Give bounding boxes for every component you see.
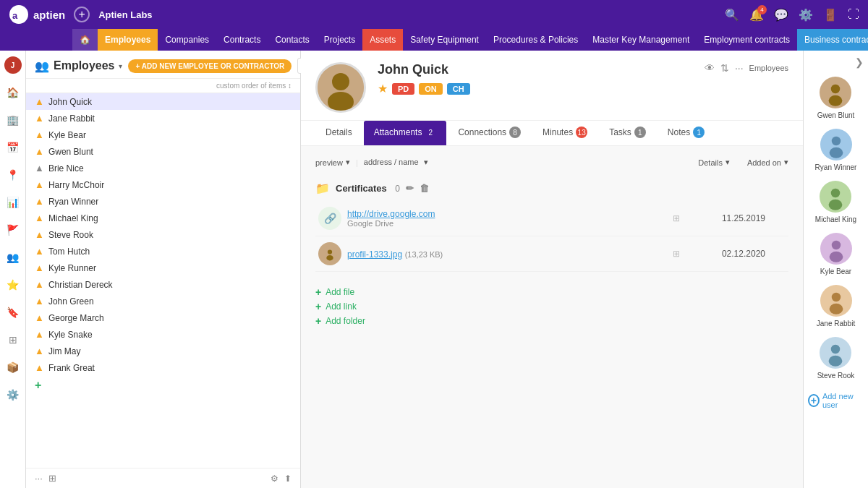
sidebar-chart-icon[interactable]: 📊: [4, 194, 22, 211]
folder-icon: 📁: [315, 181, 330, 195]
list-item[interactable]: ▲ John Quick: [26, 93, 300, 110]
tab-details[interactable]: Details: [315, 121, 362, 145]
edit-certificate-icon[interactable]: ✏: [406, 183, 414, 194]
tab-employment[interactable]: Employment contracts: [697, 29, 797, 51]
attach-toolbar: preview ▾ | address / name ▾ Details ▾ A…: [315, 158, 788, 167]
tab-attachments[interactable]: Attachments 2: [364, 121, 447, 145]
employee-type-icon: ▲: [35, 329, 44, 340]
list-item-add[interactable]: +: [26, 376, 300, 395]
list-item[interactable]: ▲ Frank Great: [26, 359, 300, 376]
right-user-name: Michael King: [815, 215, 856, 224]
sidebar-location-icon[interactable]: 📍: [4, 166, 22, 184]
panel-toggle-icon[interactable]: ❯: [855, 56, 864, 68]
preview-toolbar-item[interactable]: preview ▾: [315, 158, 350, 167]
export-icon[interactable]: ⬆: [284, 474, 292, 484]
right-user-item[interactable]: Kyle Bear: [820, 233, 852, 276]
list-item[interactable]: ▲ Jane Rabbit: [26, 110, 300, 127]
list-item[interactable]: ▲ Jim May: [26, 343, 300, 359]
grid-view-icon[interactable]: ⊞: [48, 473, 56, 484]
tab-procedures[interactable]: Procedures & Policies: [486, 29, 585, 51]
detail-tabs: Details Attachments 2 Connections 8 Minu…: [301, 121, 803, 146]
list-item[interactable]: ▲ Ryan Winner: [26, 193, 300, 210]
tab-business[interactable]: Business contracts: [797, 29, 868, 51]
add-employee-button[interactable]: + ADD NEW EMPLOYEE OR CONTRACTOR: [128, 59, 292, 73]
list-item[interactable]: ▲ Gwen Blunt: [26, 143, 300, 160]
delete-certificate-icon[interactable]: 🗑: [420, 183, 429, 194]
search-icon[interactable]: 🔍: [725, 8, 739, 22]
right-user-avatar: [820, 337, 851, 369]
star-badge[interactable]: ★: [378, 82, 388, 95]
add-actions: + Add file + Add link + Add folder: [315, 281, 788, 333]
add-nav-button[interactable]: +: [74, 7, 90, 22]
tab-companies[interactable]: Companies: [158, 29, 216, 51]
tab-master-key[interactable]: Master Key Management: [585, 29, 697, 51]
more-icon[interactable]: ···: [735, 62, 744, 74]
attachment-link[interactable]: profil-1333.jpg: [347, 249, 402, 260]
tab-connections-label: Connections: [458, 127, 506, 137]
sidebar-flag-icon[interactable]: 🚩: [4, 221, 22, 239]
sidebar-bookmark-icon[interactable]: 🔖: [4, 304, 22, 321]
right-user-item[interactable]: Jane Rabbit: [817, 285, 855, 328]
tab-connections[interactable]: Connections 8: [448, 121, 531, 145]
tab-safety[interactable]: Safety Equipment: [403, 29, 486, 51]
sidebar-calendar-icon[interactable]: 📅: [4, 139, 22, 156]
share-icon[interactable]: ⇅: [720, 62, 729, 74]
list-item[interactable]: ▲ Kyle Bear: [26, 127, 300, 143]
list-item[interactable]: ▲ Kyle Runner: [26, 260, 300, 276]
sort-arrows-icon[interactable]: ↕: [288, 82, 292, 90]
tab-contracts[interactable]: Contracts: [216, 29, 268, 51]
tab-home[interactable]: 🏠: [72, 29, 98, 51]
sidebar-building-icon[interactable]: 🏢: [4, 111, 22, 129]
add-folder-action[interactable]: + Add folder: [315, 315, 788, 327]
sidebar-settings-icon[interactable]: ⚙️: [4, 386, 22, 403]
settings-icon[interactable]: ⚙️: [799, 8, 813, 22]
add-new-user-button[interactable]: + Add new user: [808, 392, 864, 409]
notification-area[interactable]: 🔔 4: [749, 8, 764, 22]
right-user-item[interactable]: Michael King: [815, 181, 856, 224]
right-user-item[interactable]: Gwen Blunt: [817, 77, 855, 120]
list-item[interactable]: ▲ Michael King: [26, 210, 300, 226]
added-on-toolbar-item[interactable]: Added on ▾: [747, 158, 788, 167]
employee-type-icon: ▲: [35, 279, 44, 290]
sidebar-package-icon[interactable]: 📦: [4, 359, 22, 376]
list-item[interactable]: ▲ Christian Dereck: [26, 276, 300, 293]
list-item[interactable]: ▲ Brie Nice: [26, 160, 300, 176]
sidebar-home-icon[interactable]: 🏠: [4, 84, 22, 101]
more-options-icon[interactable]: ···: [35, 473, 43, 484]
list-item[interactable]: ▲ Harry McChoir: [26, 176, 300, 193]
add-link-action[interactable]: + Add link: [315, 301, 788, 312]
right-user-item[interactable]: Steve Rook: [817, 337, 855, 380]
sidebar-grid-icon[interactable]: ⊞: [4, 331, 22, 348]
logout-icon[interactable]: 🚪: [823, 8, 838, 22]
list-item[interactable]: ▲ Steve Rook: [26, 226, 300, 243]
sidebar-people-icon[interactable]: 👥: [4, 249, 22, 266]
right-user-name: Jane Rabbit: [817, 320, 855, 328]
details-toolbar-item[interactable]: Details ▾: [698, 158, 730, 167]
list-item[interactable]: ▲ John Green: [26, 293, 300, 309]
right-user-item[interactable]: Ryan Winner: [815, 129, 857, 172]
tab-projects[interactable]: Projects: [317, 29, 362, 51]
tab-minutes[interactable]: Minutes 13: [532, 121, 597, 145]
list-item[interactable]: ▲ George March: [26, 309, 300, 326]
sort-icon: ▾: [726, 158, 730, 167]
svg-point-18: [831, 241, 841, 250]
view-icon[interactable]: 👁: [705, 62, 715, 74]
sidebar-star-icon[interactable]: ⭐: [4, 276, 22, 294]
attachment-link[interactable]: http://drive.google.com: [347, 209, 667, 219]
dropdown-arrow-icon[interactable]: ▾: [119, 62, 122, 70]
add-file-action[interactable]: + Add file: [315, 286, 788, 298]
tab-contacts[interactable]: Contacts: [268, 29, 316, 51]
tab-tasks[interactable]: Tasks 1: [599, 121, 656, 145]
tab-assets[interactable]: Assets: [362, 29, 403, 51]
attachment-name-area: http://drive.google.com Google Drive: [347, 209, 667, 228]
chat-icon[interactable]: 💬: [774, 8, 788, 22]
list-item[interactable]: ▲ Tom Hutch: [26, 243, 300, 260]
tab-employees[interactable]: Employees: [98, 29, 158, 51]
settings-small-icon[interactable]: ⚙: [271, 474, 278, 484]
fullscreen-icon[interactable]: ⛶: [848, 8, 859, 21]
tab-notes[interactable]: Notes 1: [658, 121, 715, 145]
user-avatar[interactable]: J: [4, 56, 22, 74]
svg-point-16: [829, 200, 843, 210]
list-item[interactable]: ▲ Kyle Snake: [26, 326, 300, 343]
right-user-avatar: [820, 129, 852, 160]
